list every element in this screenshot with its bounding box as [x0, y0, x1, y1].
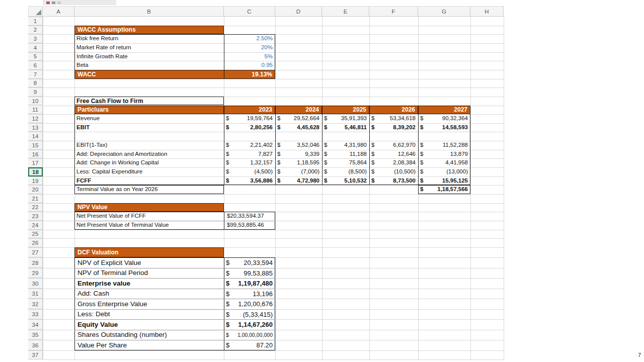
fcff-value-cell[interactable]: $15,95,125 [418, 176, 470, 186]
dcf-row-label[interactable]: NPV of Explicit Value [74, 257, 224, 268]
row-header-28[interactable]: 28 [28, 257, 43, 268]
fcff-value-cell[interactable]: $5,46,811 [322, 123, 369, 132]
row-header-5[interactable]: 5 [28, 52, 43, 61]
wacc-market-rate-value[interactable]: 20% [224, 43, 275, 52]
fcff-value-cell[interactable]: $11,188 [322, 150, 369, 159]
dcf-value-cell[interactable]: $20,33,594 [224, 257, 275, 268]
row-header-21[interactable]: 21 [28, 194, 43, 203]
fcff-year-header[interactable]: 2023 [224, 106, 275, 115]
fcff-value-cell[interactable]: $19,59,764 [224, 114, 275, 123]
column-header-G[interactable]: G [418, 6, 470, 17]
dcf-value-cell[interactable]: $13,196 [224, 289, 275, 299]
dcf-value-cell[interactable]: $87.20 [224, 340, 275, 350]
npv-fcff-value[interactable]: $20,33,594.37 [224, 212, 275, 221]
row-header-8[interactable]: 8 [28, 79, 43, 88]
npv-title-bar[interactable]: NPV Value [74, 203, 224, 212]
row-header-9[interactable]: 9 [28, 87, 43, 97]
wacc-risk-free-label[interactable]: Risk free Return [74, 34, 224, 43]
wacc-beta-value[interactable]: 0.95 [224, 61, 275, 70]
wacc-title-bar[interactable]: WACC Assumptions [74, 26, 224, 35]
row-header-35[interactable]: 35 [28, 330, 43, 340]
column-header-C[interactable]: C [224, 6, 275, 17]
wacc-beta-label[interactable]: Beta [74, 61, 224, 70]
terminal-value-cell[interactable]: $ 1,18,57,566 [418, 185, 470, 194]
fcff-value-cell[interactable]: $90,32,364 [418, 114, 470, 123]
dcf-row-label[interactable]: Less: Debt [74, 309, 224, 320]
fcff-value-cell[interactable]: $53,34,618 [369, 114, 418, 123]
row-header-4[interactable]: 4 [28, 43, 43, 52]
fcff-value-cell[interactable]: $3,56,886 [224, 176, 275, 186]
wacc-market-rate-label[interactable]: Market Rate of return [74, 43, 224, 52]
row-header-31[interactable]: 31 [28, 289, 43, 299]
dcf-row-label[interactable]: Value Per Share [74, 340, 224, 350]
dcf-row-label[interactable]: NPV of Terminal Period [74, 268, 224, 279]
fcff-value-cell[interactable]: $5,10,532 [322, 176, 369, 186]
fcff-value-cell[interactable]: $12,646 [369, 150, 418, 159]
wacc-growth-rate-label[interactable]: Infinite Growth Rate [74, 52, 224, 61]
row-header-30[interactable]: 30 [28, 278, 43, 289]
column-header-E[interactable]: E [322, 6, 369, 17]
fcff-value-cell[interactable]: $4,41,958 [418, 158, 470, 167]
row-header-34[interactable]: 34 [28, 319, 43, 330]
npv-terminal-value[interactable]: $99,53,885.46 [224, 221, 275, 230]
dcf-value-cell[interactable]: $1,20,00,676 [224, 299, 275, 309]
row-header-7[interactable]: 7 [28, 70, 43, 79]
dcf-row-label[interactable]: Shares Outstanding (number) [74, 330, 224, 340]
fcff-row-label[interactable]: FCFF [74, 176, 224, 186]
dcf-title-bar[interactable]: DCF Valuation [74, 247, 224, 258]
row-header-33[interactable]: 33 [28, 309, 43, 320]
column-header-F[interactable]: F [369, 6, 418, 17]
column-header-D[interactable]: D [275, 6, 322, 17]
npv-fcff-label[interactable]: Net Present Value of FCFF [74, 212, 224, 221]
fcff-value-cell[interactable]: $(4,500) [224, 167, 275, 176]
row-header-13[interactable]: 13 [28, 123, 43, 132]
row-header-26[interactable]: 26 [28, 238, 43, 247]
row-header-14[interactable]: 14 [28, 132, 43, 141]
dcf-value-cell[interactable]: $(5,33,415) [224, 309, 275, 320]
fcff-title[interactable]: Free Cash Flow to Firm [74, 97, 224, 106]
fcff-value-cell[interactable]: $29,52,664 [275, 114, 322, 123]
fcff-value-cell[interactable]: $8,73,500 [369, 176, 418, 186]
fcff-value-cell[interactable]: $35,91,393 [322, 114, 369, 123]
column-header-A[interactable]: A [43, 6, 74, 17]
fcff-particulars-header[interactable]: Particluars [74, 106, 224, 115]
terminal-value-label[interactable]: Terminal Value as on Year 2026 [74, 185, 224, 194]
fcff-value-cell[interactable]: $1,32,157 [224, 158, 275, 167]
row-header-19[interactable]: 19 [28, 176, 43, 186]
dcf-row-label[interactable]: Add: Cash [74, 289, 224, 299]
fcff-value-cell[interactable]: $2,08,384 [369, 158, 418, 167]
fcff-value-cell[interactable]: $(7,000) [275, 167, 322, 176]
row-header-20[interactable]: 20 [28, 185, 43, 194]
wacc-growth-rate-value[interactable]: 5% [224, 52, 275, 61]
fcff-value-cell[interactable]: $(10,500) [369, 167, 418, 176]
row-header-3[interactable]: 3 [28, 34, 43, 43]
fcff-row-label[interactable]: EBIT [74, 123, 224, 132]
row-header-27[interactable]: 27 [28, 247, 43, 258]
fcff-value-cell[interactable]: $3,52,046 [275, 141, 322, 150]
fcff-row-label[interactable]: Add: Change in Working Capital [74, 158, 224, 167]
fcff-value-cell[interactable]: $6,62,970 [369, 141, 418, 150]
wacc-total-row[interactable]: WACC 19.13% [74, 70, 275, 79]
fcff-value-cell[interactable]: $2,21,402 [224, 141, 275, 150]
dcf-value-cell[interactable]: $99,53,885 [224, 268, 275, 279]
fcff-value-cell[interactable]: $1,18,595 [275, 158, 322, 167]
row-header-24[interactable]: 24 [28, 221, 43, 230]
row-header-23[interactable]: 23 [28, 212, 43, 221]
fcff-year-header[interactable]: 2025 [322, 106, 369, 115]
row-header-12[interactable]: 12 [28, 114, 43, 123]
dcf-row-label[interactable]: Equity Value [74, 319, 224, 330]
row-header-2[interactable]: 2 [28, 26, 43, 35]
fcff-value-cell[interactable]: $8,39,202 [369, 123, 418, 132]
row-header-11[interactable]: 11 [28, 106, 43, 115]
select-all-corner[interactable] [28, 6, 43, 17]
npv-terminal-label[interactable]: Net Present Value of Terminal Value [74, 221, 224, 230]
row-header-1[interactable]: 1 [28, 17, 43, 26]
fcff-value-cell[interactable]: $14,58,593 [418, 123, 470, 132]
row-header-10[interactable]: 10 [28, 97, 43, 106]
row-header-29[interactable]: 29 [28, 268, 43, 279]
fcff-value-cell[interactable]: $75,864 [322, 158, 369, 167]
fcff-value-cell[interactable]: $(8,500) [322, 167, 369, 176]
fcff-value-cell[interactable]: $4,45,628 [275, 123, 322, 132]
fcff-value-cell[interactable]: $2,80,256 [224, 123, 275, 132]
row-header-36[interactable]: 36 [28, 340, 43, 350]
